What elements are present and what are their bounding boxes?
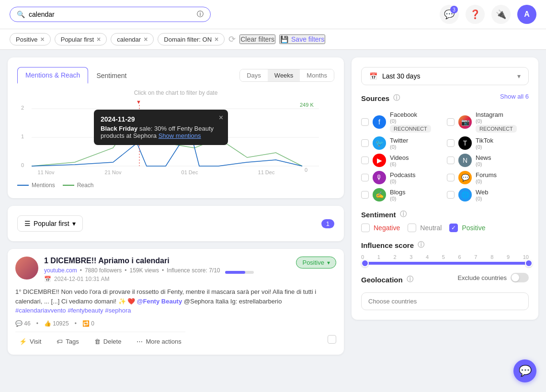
filter-tag-popular[interactable]: Popular first × [55,33,107,45]
tooltip-title: Black Friday [101,125,137,132]
twitter-icon: 🐦 [373,136,386,150]
visit-button[interactable]: ⚡ Visit [15,336,45,347]
influence-section-title: Influence score ⓘ [361,241,529,249]
filter-tag-calendar[interactable]: calendar × [111,33,154,45]
videos-checkbox[interactable] [361,157,369,164]
svg-text:0: 0 [305,167,307,173]
instagram-reconnect-btn[interactable]: RECONNECT [476,125,517,133]
geo-info-icon[interactable]: ⓘ [407,275,413,284]
save-filters-button[interactable]: 💾 Save filters [279,34,325,44]
geo-header: Geolocation ⓘ Exclude countries [361,267,529,289]
geo-title-label: Geolocation [361,276,403,284]
twitter-checkbox[interactable] [361,139,369,147]
tiktok-name: TikTok [476,137,493,144]
influence-slider[interactable] [361,262,529,265]
filter-remove-positive[interactable]: × [41,35,45,43]
news-count: (0) [476,161,491,167]
info-icon[interactable]: ⓘ [197,10,204,19]
post-info: 1 DICEMBRE!! Apriamo i calendari youtube… [44,257,254,282]
post-card: 1 DICEMBRE!! Apriamo i calendari youtube… [8,249,344,355]
source-news: N News (0) [447,154,529,167]
post-source-link[interactable]: youtube.com [44,267,77,274]
web-icon: 🌐 [458,188,472,202]
positive-label: Positive [462,224,485,232]
facebook-icon: f [373,115,386,129]
post-mention[interactable]: @Fenty Beauty [137,298,182,305]
web-count: (0) [476,196,489,202]
post-date-text: 2024-12-01 10:31 AM [54,276,109,282]
refresh-icon[interactable]: ⟳ [228,34,236,45]
post-avatar [15,257,38,280]
post-date: 📅 2024-12-01 10:31 AM [44,276,254,282]
header-right: 💬 3 ❓ 🔌 A [440,5,536,24]
tooltip-link[interactable]: Show mentions [159,132,201,139]
web-checkbox[interactable] [447,191,455,199]
sentiment-badge[interactable]: Positive ▾ [296,257,336,269]
show-all-button[interactable]: Show all 6 [500,93,529,100]
web-info: Web (0) [476,189,489,202]
positive-checkbox[interactable] [449,224,458,232]
sort-button[interactable]: ☰ Popular first ▾ [17,215,83,232]
date-range-button[interactable]: 📅 Last 30 days ▾ [361,67,529,85]
instagram-checkbox[interactable] [447,118,455,126]
filter-remove-calendar[interactable]: × [144,35,148,43]
more-actions-button[interactable]: ⋯ More actions [133,336,185,347]
hashtag2[interactable]: #fentybeauty [68,307,103,314]
videos-count: (6) [390,161,409,167]
tags-button[interactable]: 🏷 Tags [53,336,82,347]
facebook-checkbox[interactable] [361,118,369,126]
tab-days[interactable]: Days [240,69,268,81]
sources-info-icon[interactable]: ⓘ [393,94,400,102]
more-label: More actions [146,338,181,345]
forums-info: Forums (0) [476,171,497,184]
date-range-label: Last 30 days [382,72,420,80]
negative-checkbox[interactable] [361,224,370,232]
facebook-reconnect-btn[interactable]: RECONNECT [390,125,431,133]
filter-tag-domain[interactable]: Domain filter: ON × [158,33,225,45]
influence-thumb-right[interactable] [525,259,533,267]
clear-filters-button[interactable]: Clear filters [239,34,275,44]
podcasts-info: Podcasts (0) [390,171,415,184]
tooltip-close-button[interactable]: × [219,113,223,122]
svg-text:1: 1 [21,134,24,139]
influence-info-icon[interactable]: ⓘ [418,241,424,249]
tag-icon: 🏷 [57,338,63,345]
messages-button[interactable]: 💬 3 [440,5,459,24]
tab-months[interactable]: Months [300,69,334,81]
exclude-countries-toggle[interactable] [511,273,529,282]
hashtag3[interactable]: #sephora [105,307,131,314]
source-facebook: f Facebook (0) RECONNECT [361,111,443,133]
tiktok-checkbox[interactable] [447,139,455,147]
tiktok-icon: T [458,136,472,150]
sentiment-neutral[interactable]: Neutral [408,224,442,232]
search-box[interactable]: 🔍 ⓘ [10,7,211,22]
hashtag1[interactable]: #calendariavvento [15,307,66,314]
geo-section-title: Geolocation ⓘ [361,275,413,284]
influence-thumb-left[interactable] [361,259,369,267]
neutral-checkbox[interactable] [408,224,416,232]
search-input[interactable] [29,11,193,18]
forums-checkbox[interactable] [447,174,455,181]
filter-remove-domain[interactable]: × [215,35,218,43]
country-input[interactable] [361,292,529,310]
tab-sentiment[interactable]: Sentiment [88,67,135,84]
blogs-checkbox[interactable] [361,191,369,199]
sentiment-info-icon[interactable]: ⓘ [400,210,407,219]
help-button[interactable]: ❓ [466,5,485,24]
sentiment-negative[interactable]: Negative [361,224,400,232]
filter-remove-popular[interactable]: × [97,35,101,43]
filter-tag-positive[interactable]: Positive × [10,33,51,45]
source-tiktok: T TikTok (0) [447,136,529,150]
podcasts-checkbox[interactable] [361,174,369,181]
post-influence-label: Influence score: 7/10 [167,267,220,274]
chevron-down-icon: ▾ [517,72,521,80]
tab-mentions-reach[interactable]: Mentions & Reach [17,67,88,84]
tab-weeks[interactable]: Weeks [268,69,300,81]
plugins-button[interactable]: 🔌 [491,5,511,24]
avatar[interactable]: A [517,5,536,24]
post-checkbox[interactable] [328,335,336,344]
sentiment-positive[interactable]: Positive [449,224,485,232]
delete-button[interactable]: 🗑 Delete [91,336,125,347]
news-checkbox[interactable] [447,157,455,164]
news-info: News (0) [476,154,491,167]
